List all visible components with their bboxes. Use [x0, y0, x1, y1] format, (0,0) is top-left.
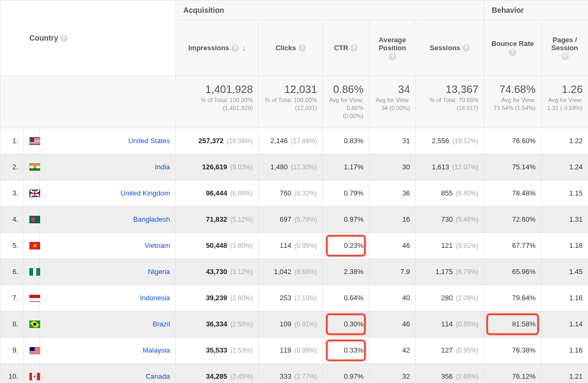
cell-bounce: 65.96% [484, 259, 541, 285]
help-icon[interactable]: ? [298, 44, 306, 52]
row-rank: 9. [1, 337, 24, 363]
row-rank: 3. [1, 180, 24, 206]
country-link[interactable]: Canada [145, 372, 170, 380]
country-cell: Bangladesh [40, 206, 176, 232]
cell-position: 32 [369, 363, 416, 383]
country-link[interactable]: Nigeria [148, 268, 170, 276]
cell-sessions: 356(2.66%) [416, 363, 484, 383]
cell-clicks: 114(0.95%) [259, 232, 323, 259]
country-cell: Canada [40, 363, 176, 383]
help-icon[interactable]: ? [231, 44, 239, 52]
country-link[interactable]: Brazil [153, 320, 171, 328]
cell-bounce: 76.12% [484, 363, 541, 383]
cell-sessions: 1,175(8.79%) [416, 259, 484, 285]
country-cell: India [40, 154, 176, 180]
cell-pages: 1.15 [541, 180, 588, 206]
table-row: 8.Brazil36,334(2.59%)109(0.91%)0.30%4611… [1, 311, 589, 337]
flag-icon [24, 259, 40, 285]
help-icon[interactable]: ? [350, 44, 358, 52]
cell-clicks: 109(0.91%) [259, 311, 323, 337]
table-row: 9.Malaysia35,533(2.53%)119(0.99%)0.33%42… [1, 337, 589, 363]
column-header-country[interactable]: Country ? [1, 1, 176, 76]
column-header-clicks[interactable]: Clicks ? [259, 20, 323, 76]
cell-impressions: 71,832(5.12%) [176, 206, 259, 232]
cell-bounce: 79.64% [484, 285, 541, 311]
cell-position: 42 [369, 337, 416, 363]
help-icon[interactable]: ? [509, 49, 516, 56]
column-header-ctr[interactable]: CTR ? [323, 20, 369, 76]
country-cell: United States [40, 128, 176, 154]
cell-impressions: 126,619(9.03%) [176, 154, 259, 180]
table-row: 10.✦Canada34,285(2.45%)333(2.77%)0.97%32… [1, 363, 589, 383]
table-row: 3.United Kingdom96,444(6.88%)760(6.32%)0… [1, 180, 589, 206]
analytics-table: Country ? Acquisition Behavior Impressio… [0, 0, 588, 383]
cell-impressions: 34,285(2.45%) [176, 363, 259, 383]
country-cell: United Kingdom [40, 180, 176, 206]
cell-pages: 1.16 [541, 285, 588, 311]
column-header-pages[interactable]: Pages / Session ? [541, 20, 588, 76]
cell-position: 36 [369, 180, 416, 206]
summary-ctr: 0.86% Avg for View: 0.86% (0.00%) [323, 76, 369, 128]
cell-ctr: 1.17% [323, 154, 369, 180]
row-rank: 1. [1, 128, 24, 154]
country-link[interactable]: United Kingdom [121, 189, 171, 197]
row-rank: 7. [1, 285, 24, 311]
summary-position: 34 Avg for View: 34 (0.00%) [369, 76, 416, 128]
table-row: 7.Indonesia39,239(2.80%)253(2.10%)0.64%4… [1, 285, 589, 311]
column-header-position[interactable]: Average Position ? [369, 20, 416, 76]
cell-clicks: 253(2.10%) [259, 285, 323, 311]
summary-impressions: 1,401,928 % of Total: 100.00% (1,401,928… [176, 76, 259, 128]
cell-position: 31 [369, 128, 416, 154]
help-icon[interactable]: ? [462, 44, 470, 52]
help-icon[interactable]: ? [60, 35, 68, 42]
cell-ctr: 2.38% [323, 259, 369, 285]
cell-pages: 1.16 [541, 337, 588, 363]
column-header-sessions[interactable]: Sessions ? [416, 20, 484, 76]
cell-impressions: 257,372(18.36%) [176, 128, 259, 154]
cell-bounce: 72.60% [484, 206, 541, 232]
cell-position: 40 [369, 285, 416, 311]
flag-icon [24, 337, 40, 363]
table-row: 4.Bangladesh71,832(5.12%)697(5.79%)0.97%… [1, 206, 589, 232]
cell-sessions: 2,556(19.12%) [416, 128, 484, 154]
cell-clicks: 1,480(12.30%) [259, 154, 323, 180]
cell-impressions: 50,448(3.60%) [176, 232, 259, 259]
cell-ctr: 0.79% [323, 180, 369, 206]
country-link[interactable]: Bangladesh [133, 215, 170, 223]
cell-pages: 1.22 [541, 128, 588, 154]
help-icon[interactable]: ? [389, 53, 396, 60]
cell-position: 16 [369, 206, 416, 232]
country-header-label: Country [29, 34, 58, 42]
help-icon[interactable]: ? [561, 53, 569, 60]
country-link[interactable]: Vietnam [145, 241, 170, 249]
cell-impressions: 43,730(3.12%) [176, 259, 259, 285]
cell-impressions: 39,239(2.80%) [176, 285, 259, 311]
country-cell: Nigeria [40, 259, 176, 285]
flag-icon [24, 285, 40, 311]
cell-bounce: 76.38% [484, 337, 541, 363]
country-link[interactable]: Indonesia [140, 294, 170, 302]
column-header-bounce[interactable]: Bounce Rate ? [484, 20, 541, 76]
cell-pages: 1.31 [541, 206, 588, 232]
cell-position: 7.9 [369, 259, 416, 285]
cell-ctr: 0.97% [323, 363, 369, 383]
cell-bounce: 75.14% [484, 154, 541, 180]
cell-pages: 1.24 [541, 154, 588, 180]
row-rank: 6. [1, 259, 24, 285]
country-link[interactable]: United States [128, 137, 170, 145]
cell-impressions: 36,334(2.59%) [176, 311, 259, 337]
country-cell: Brazil [40, 311, 176, 337]
cell-bounce: 78.48% [484, 180, 541, 206]
row-rank: 10. [1, 363, 24, 383]
cell-position: 30 [369, 154, 416, 180]
table-row: 6.Nigeria43,730(3.12%)1,042(8.66%)2.38%7… [1, 259, 589, 285]
cell-sessions: 730(5.46%) [416, 206, 484, 232]
country-link[interactable]: Malaysia [143, 346, 170, 354]
country-link[interactable]: India [155, 163, 170, 171]
column-header-impressions[interactable]: Impressions ? ↓ [176, 20, 259, 76]
table-row: 2.India126,619(9.03%)1,480(12.30%)1.17%3… [1, 154, 589, 180]
row-rank: 8. [1, 311, 24, 337]
summary-bounce: 74.68% Avg for View: 73.54% (1.54%) [484, 76, 541, 128]
cell-clicks: 2,146(17.84%) [259, 128, 323, 154]
cell-clicks: 333(2.77%) [259, 363, 323, 383]
